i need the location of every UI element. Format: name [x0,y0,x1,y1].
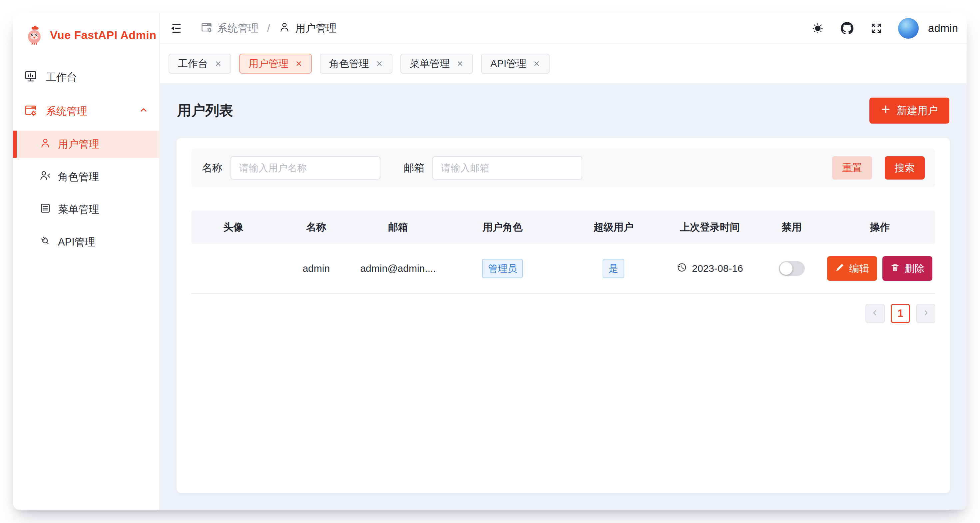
clock-history-icon [676,262,687,275]
sidebar-item-workbench[interactable]: 工作台 [13,63,159,92]
trash-icon [890,263,900,275]
column-header-email: 邮箱 [357,221,439,234]
user-icon [39,137,51,151]
pagination-page-1[interactable]: 1 [891,304,910,323]
menu-list-icon [39,202,51,217]
chevron-left-icon [871,308,880,318]
superuser-badge: 是 [603,259,624,278]
breadcrumb-system[interactable]: 系统管理 [200,21,258,36]
delete-label: 删除 [904,262,924,275]
superuser-cell: 是 [566,259,661,278]
sidebar-menu: 工作台 系统管理 [13,63,159,256]
sidebar-item-label: 菜单管理 [58,202,99,216]
app-title: Vue FastAPI Admin [50,29,157,41]
reset-button[interactable]: 重置 [832,156,872,180]
github-icon[interactable] [839,21,855,36]
breadcrumb-label: 系统管理 [217,21,258,35]
add-user-label: 新建用户 [897,103,938,118]
last-login-value: 2023-08-16 [692,263,743,274]
sidebar-item-api-management[interactable]: API管理 [13,229,159,256]
sidebar-item-label: 系统管理 [46,104,87,118]
add-user-button[interactable]: 新建用户 [869,98,949,124]
actions-cell: 编辑 删除 [824,256,935,281]
window-gear-icon [200,21,213,36]
header-actions: admin [810,18,958,39]
sidebar-item-label: 工作台 [46,70,77,84]
users-table: 头像 名称 邮箱 用户角色 超级用户 上次登录时间 禁用 操作 admin ad… [191,211,935,294]
pagination: 1 [191,304,935,323]
sidebar-item-label: 角色管理 [58,170,99,184]
app-window: Vue FastAPI Admin 工作台 [13,13,967,510]
breadcrumb-separator: / [267,23,270,34]
pencil-icon [835,263,845,275]
close-icon[interactable] [533,60,540,67]
delete-button[interactable]: 删除 [882,256,932,281]
username-label[interactable]: admin [928,22,958,35]
pagination-prev-button[interactable] [865,304,885,323]
disable-toggle[interactable] [779,261,805,276]
page-title: 用户列表 [177,101,233,120]
tab-role-management[interactable]: 角色管理 [320,54,392,74]
sidebar-item-role-management[interactable]: 角色管理 [13,163,159,191]
name-cell: admin [275,263,357,274]
user-icon [278,21,291,36]
page-header: 用户列表 新建用户 [160,83,967,138]
chevron-right-icon [921,308,930,318]
email-filter-label: 邮箱 [404,161,425,175]
chevron-up-icon [138,104,149,118]
sidebar-item-label: API管理 [58,235,95,249]
sidebar-collapse-icon[interactable] [169,21,184,36]
role-cell: 管理员 [439,259,566,278]
close-icon[interactable] [295,60,302,67]
tab-label: API管理 [490,57,526,71]
search-button[interactable]: 搜索 [885,156,925,180]
pagination-next-button[interactable] [916,304,935,323]
window-gear-icon [24,103,37,119]
tab-api-management[interactable]: API管理 [481,54,550,74]
close-icon[interactable] [215,60,222,67]
monitor-icon [24,69,37,85]
last-login-cell: 2023-08-16 [661,262,759,275]
breadcrumb-label: 用户管理 [295,21,336,35]
app-logo: Vue FastAPI Admin [13,13,159,45]
user-list-card: 名称 邮箱 重置 搜索 头像 名称 邮箱 用户角色 超级用户 上次登录时间 [177,138,950,493]
theme-sun-icon[interactable] [810,21,826,36]
column-header-role: 用户角色 [439,221,566,234]
tab-menu-management[interactable]: 菜单管理 [400,54,473,74]
user-avatar[interactable] [898,18,919,39]
top-header: 系统管理 / 用户管理 [160,13,967,44]
breadcrumb: 系统管理 / 用户管理 [200,21,336,36]
disabled-cell [759,261,824,276]
table-row: admin admin@admin.... 管理员 是 [191,244,935,294]
close-icon[interactable] [376,60,383,67]
tab-bar: 工作台 用户管理 角色管理 菜单管理 [160,44,967,83]
name-filter-label: 名称 [202,161,223,175]
tab-label: 菜单管理 [410,57,450,71]
name-filter-input[interactable] [231,156,380,180]
edit-button[interactable]: 编辑 [827,256,877,281]
breadcrumb-users[interactable]: 用户管理 [278,21,336,36]
column-header-avatar: 头像 [191,221,275,234]
page-content: 用户列表 新建用户 名称 邮箱 重置 搜索 [160,83,967,510]
column-header-name: 名称 [275,221,357,234]
sidebar-item-menu-management[interactable]: 菜单管理 [13,196,159,223]
main-area: 系统管理 / 用户管理 [160,13,967,510]
sidebar: Vue FastAPI Admin 工作台 [13,13,160,510]
chicken-logo-icon [25,25,44,45]
user-role-icon [39,170,51,184]
email-filter-input[interactable] [433,156,582,180]
tab-user-management[interactable]: 用户管理 [239,54,312,74]
fullscreen-icon[interactable] [869,21,884,36]
edit-label: 编辑 [849,262,869,275]
sidebar-item-label: 用户管理 [58,137,99,151]
tab-label: 工作台 [178,57,208,71]
column-header-superuser: 超级用户 [566,221,661,234]
close-icon[interactable] [457,60,464,67]
sidebar-item-system[interactable]: 系统管理 [13,97,159,126]
column-header-actions: 操作 [824,221,935,234]
plug-icon [39,235,51,250]
tab-workbench[interactable]: 工作台 [169,54,231,74]
table-header-row: 头像 名称 邮箱 用户角色 超级用户 上次登录时间 禁用 操作 [191,211,935,244]
plus-icon [881,104,891,117]
sidebar-item-user-management[interactable]: 用户管理 [13,130,159,158]
